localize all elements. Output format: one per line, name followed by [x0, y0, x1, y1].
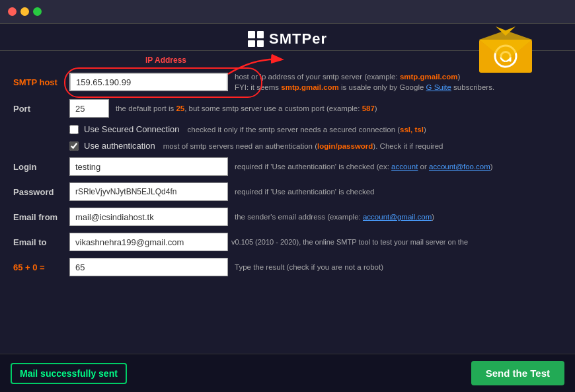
send-test-button[interactable]: Send the Test: [471, 361, 564, 385]
login-hint: required if 'Use authentication' is chec…: [235, 161, 493, 172]
secured-hint: checked it only if the smtp server needs…: [188, 126, 426, 134]
auth-row: Use authentication most of smtp servers …: [69, 141, 562, 151]
port-label: Port: [13, 104, 69, 114]
email-icon-wrap: [476, 25, 535, 77]
smtp-host-input[interactable]: [69, 73, 228, 91]
maximize-button[interactable]: [33, 7, 42, 16]
login-label: Login: [13, 162, 69, 172]
email-to-input[interactable]: [69, 233, 228, 251]
bottom-bar: Mail successfully sent Send the Test: [0, 354, 575, 392]
smtp-host-row: SMTP host host or ip address of your smt…: [13, 71, 562, 93]
port-input[interactable]: [69, 99, 109, 118]
password-label: Password: [13, 187, 69, 197]
captcha-row: 65 + 0 = Type the result (check if you a…: [13, 258, 562, 276]
auth-label: Use authentication: [84, 141, 155, 151]
secured-checkbox[interactable]: [69, 125, 79, 134]
logo-area: SMTPer: [248, 30, 327, 48]
secured-label: Use Secured Connection: [84, 124, 180, 134]
email-to-row: Email to v0.105 (2010 - 2020), the onlin…: [13, 233, 562, 251]
auth-hint: most of smtp servers need an authenticat…: [163, 142, 443, 150]
email-from-row: Email from the sender's email address (e…: [13, 208, 562, 226]
email-to-overlay: v0.105 (2010 - 2020), the online SMTP to…: [231, 238, 468, 246]
email-icon: [476, 25, 535, 75]
smtp-host-hint: host or ip address of your smtp server (…: [235, 71, 494, 93]
email-from-hint: the sender's email address (example: acc…: [235, 212, 434, 222]
login-input[interactable]: [69, 157, 228, 176]
secured-row: Use Secured Connection checked it only i…: [69, 124, 562, 134]
app-title: SMTPer: [269, 30, 327, 48]
port-row: Port the default port is 25, but some sm…: [13, 99, 562, 118]
smtp-host-label: SMTP host: [13, 77, 69, 87]
main-content: SMTP host host or ip address of your smt…: [0, 66, 575, 288]
window-buttons: [8, 7, 42, 16]
minimize-button[interactable]: [20, 7, 29, 16]
title-bar: [0, 0, 575, 24]
ip-address-label: IP Address: [145, 56, 186, 65]
email-to-label: Email to: [13, 237, 69, 247]
password-input[interactable]: [69, 182, 228, 201]
auth-checkbox[interactable]: [69, 141, 79, 151]
smtp-host-wrapper: [69, 73, 228, 91]
success-badge: Mail successfully sent: [11, 363, 127, 384]
login-row: Login required if 'Use authentication' i…: [13, 157, 562, 176]
math-label: 65 + 0 =: [13, 262, 69, 272]
close-button[interactable]: [8, 7, 17, 16]
password-row: Password required if 'Use authentication…: [13, 182, 562, 201]
email-from-input[interactable]: [69, 208, 228, 226]
password-hint: required if 'Use authentication' is chec…: [235, 186, 375, 197]
math-hint: Type the result (check if you are not a …: [235, 262, 383, 272]
email-from-label: Email from: [13, 212, 69, 222]
port-hint: the default port is 25, but some smtp se…: [116, 103, 377, 114]
header: SMTPer: [0, 24, 575, 50]
captcha-input[interactable]: [69, 258, 228, 276]
logo-grid-icon: [248, 31, 264, 47]
